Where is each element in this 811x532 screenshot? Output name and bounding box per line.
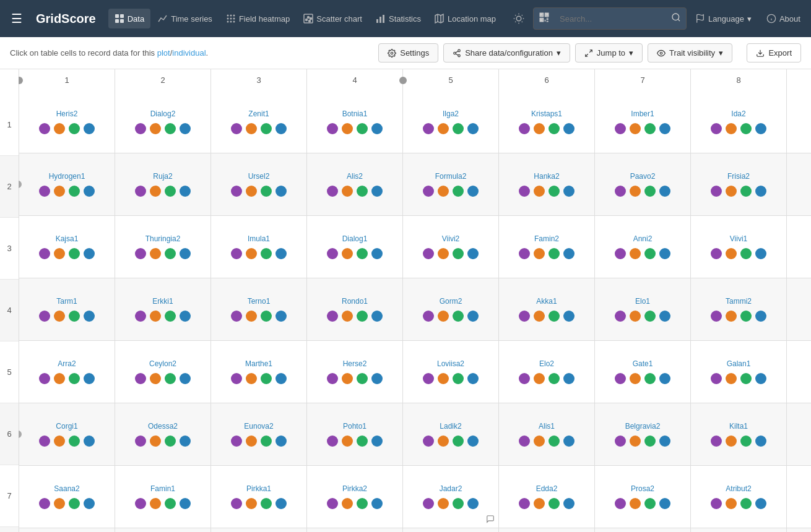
table-row[interactable]: Herse2 (307, 341, 403, 403)
table-row[interactable]: Belgravia1 (595, 528, 691, 532)
table-row[interactable]: Elo2 (499, 341, 595, 403)
export-button[interactable]: Export (747, 43, 801, 62)
share-button[interactable]: Share data/configuration ▾ (443, 43, 570, 62)
table-row[interactable]: Ladik2 (403, 403, 499, 465)
table-row[interactable]: Ceylon2 (115, 341, 211, 403)
settings-icon-button[interactable] (507, 8, 531, 29)
col-drag-handle-5[interactable] (399, 77, 407, 84)
search-input[interactable] (555, 11, 666, 27)
table-row[interactable]: Rondo1 (307, 278, 403, 340)
table-row[interactable]: Imber1 (595, 91, 691, 153)
table-row[interactable]: Ursel2 (211, 153, 307, 215)
table-row[interactable]: Jadar2 (403, 466, 499, 528)
table-row[interactable]: Lise2 (307, 528, 403, 532)
cell-name: Jadar2 (440, 484, 462, 493)
table-row[interactable]: Paavo2 (595, 153, 691, 215)
toolbar-plot-link[interactable]: plot (157, 48, 170, 58)
table-row[interactable]: Odessa2 (115, 403, 211, 465)
table-row[interactable]: Anni2 (595, 216, 691, 278)
table-row[interactable]: Pohto1 (307, 403, 403, 465)
table-row[interactable]: Corgi1 (19, 403, 115, 465)
nav-timeseries[interactable]: Time series (152, 9, 219, 28)
settings-button[interactable]: Settings (378, 43, 438, 62)
nav-data[interactable]: Data (108, 9, 150, 28)
table-row[interactable]: Ilga2 (403, 91, 499, 153)
table-row[interactable]: Pirkka1 (211, 466, 307, 528)
qr-button[interactable] (534, 8, 555, 29)
table-row[interactable]: Pirkka2 (307, 466, 403, 528)
toolbar-individual-link[interactable]: individual (172, 48, 206, 58)
cell-dots (711, 435, 766, 447)
table-row[interactable]: Zenit1 (211, 91, 307, 153)
dot-purple (39, 373, 50, 384)
table-row[interactable]: Latvijas1 (211, 528, 307, 532)
grid-row-3: Kajsa1Thuringia2Imula1Dialog1Viivi2Famin… (19, 216, 811, 278)
col-drag-handle-1[interactable] (19, 77, 23, 84)
dot-orange (54, 498, 65, 509)
cell-name: Kajsa1 (56, 234, 79, 243)
table-row[interactable]: Eunova2 (211, 403, 307, 465)
row-drag-handle-2[interactable] (19, 181, 22, 188)
dot-purple (327, 498, 338, 509)
table-row[interactable]: Belgravia2 (595, 403, 691, 465)
dot-blue (275, 186, 287, 197)
nav-scatterchart[interactable]: Scatter chart (297, 9, 368, 28)
table-row[interactable]: Paavo1 (115, 528, 211, 532)
table-row[interactable]: Arra2 (19, 341, 115, 403)
table-row[interactable]: Forum2 (19, 528, 115, 532)
table-row[interactable]: Elo1 (595, 278, 691, 340)
table-row[interactable]: Alis2 (307, 153, 403, 215)
table-row[interactable]: Edda2 (499, 466, 595, 528)
table-row[interactable]: Botnia1 (307, 91, 403, 153)
table-row[interactable]: Gate1 (595, 341, 691, 403)
table-row[interactable]: Erkki1 (115, 278, 211, 340)
table-row[interactable]: Frisia2 (691, 153, 787, 215)
menu-button[interactable]: ☰ (7, 7, 26, 30)
table-row[interactable]: Alis1 (499, 403, 595, 465)
table-row[interactable]: Viivi2 (403, 216, 499, 278)
table-row[interactable]: Hanka2 (499, 153, 595, 215)
table-row[interactable]: Lux1 (499, 528, 595, 532)
table-row[interactable]: Thuringia2 (115, 216, 211, 278)
table-row[interactable]: Heris2 (19, 91, 115, 153)
trait-button[interactable]: Trait visibility ▾ (648, 43, 732, 62)
table-row[interactable]: Marthe1 (211, 341, 307, 403)
table-row[interactable]: Ida2 (691, 91, 787, 153)
table-row[interactable]: Hydrogen1 (19, 153, 115, 215)
svg-line-28 (522, 22, 523, 22)
nav-locationmap[interactable]: Location map (428, 9, 502, 28)
table-row[interactable]: Tammi2 (691, 278, 787, 340)
table-row[interactable]: Hydrogen2 (691, 528, 787, 532)
table-row[interactable]: Saana2 (19, 466, 115, 528)
nav-fieldheatmap[interactable]: Field heatmap (220, 9, 296, 28)
table-row[interactable]: Kilta1 (691, 403, 787, 465)
row-drag-handle-6[interactable] (19, 431, 22, 438)
search-button[interactable] (666, 9, 686, 28)
table-row[interactable]: Terno1 (211, 278, 307, 340)
table-row[interactable]: Dialog2 (115, 91, 211, 153)
table-row[interactable]: Loviisa2 (403, 341, 499, 403)
table-row[interactable]: Kajsa1 (19, 216, 115, 278)
table-row[interactable]: Tarm1 (19, 278, 115, 340)
table-row[interactable]: Gorm2 (403, 278, 499, 340)
table-row[interactable]: Imula1 (211, 216, 307, 278)
table-row[interactable]: Famin2 (499, 216, 595, 278)
jump-button[interactable]: Jump to ▾ (575, 43, 643, 62)
table-row[interactable]: Dialog1 (307, 216, 403, 278)
table-row[interactable]: Famin1 (115, 466, 211, 528)
table-row[interactable]: Akka1 (499, 278, 595, 340)
table-row[interactable]: Viivi1 (691, 216, 787, 278)
table-row[interactable]: Atribut2 (691, 466, 787, 528)
table-row[interactable]: Leeni1 (403, 528, 499, 532)
dot-orange (630, 248, 641, 259)
nav-language[interactable]: Language ▾ (689, 9, 758, 28)
row-label-5: 5 (0, 341, 19, 403)
table-row[interactable]: Ruja2 (115, 153, 211, 215)
table-row[interactable]: Kristaps1 (499, 91, 595, 153)
table-row[interactable]: Formula2 (403, 153, 499, 215)
nav-statistics[interactable]: Statistics (370, 9, 427, 28)
nav-about[interactable]: About (760, 9, 807, 28)
table-row[interactable]: Galan1 (691, 341, 787, 403)
dot-purple (423, 373, 434, 384)
table-row[interactable]: Prosa2 (595, 466, 691, 528)
